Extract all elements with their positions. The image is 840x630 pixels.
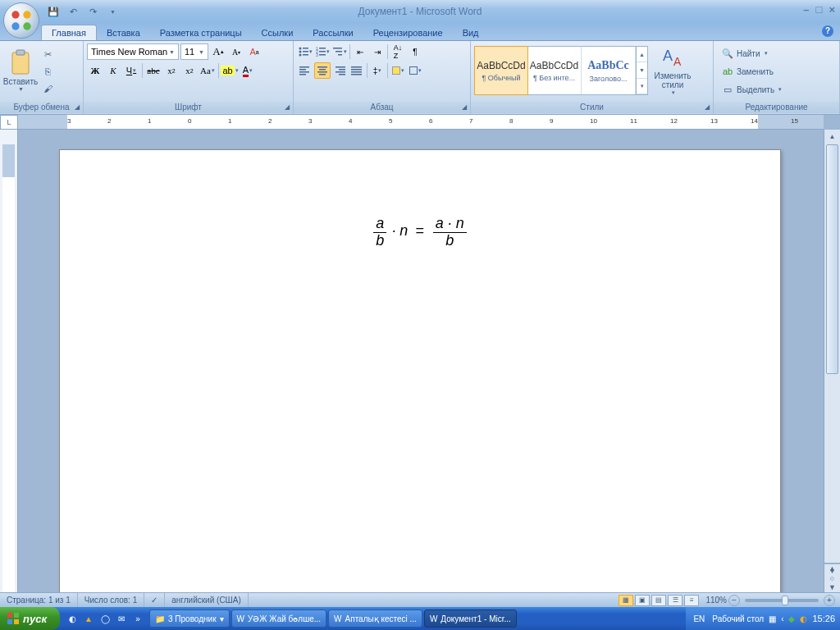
- bullets-button[interactable]: ▾: [297, 43, 313, 60]
- zoom-out-button[interactable]: −: [728, 595, 740, 606]
- align-right-button[interactable]: [331, 62, 348, 79]
- highlight-button[interactable]: ab▾: [221, 62, 238, 79]
- language-indicator[interactable]: EN: [691, 614, 707, 624]
- next-page-button[interactable]: ▼: [824, 582, 840, 592]
- strike-button[interactable]: abc: [145, 62, 162, 79]
- find-button[interactable]: 🔍Найти▾: [719, 45, 834, 62]
- show-marks-button[interactable]: ¶: [407, 43, 423, 60]
- grow-font-button[interactable]: A▴: [210, 43, 226, 60]
- tray-icon[interactable]: ▦: [769, 614, 776, 623]
- styles-gallery[interactable]: AaBbCcDd ¶ Обычный AaBbCcDd ¶ Без инте..…: [474, 46, 648, 95]
- font-color-button[interactable]: A▾: [240, 62, 256, 79]
- scroll-up[interactable]: ▲: [824, 130, 840, 144]
- paste-button[interactable]: Вставить ▼: [3, 43, 38, 98]
- tab-review[interactable]: Рецензирование: [363, 25, 453, 40]
- qat-customize[interactable]: ▼: [103, 2, 121, 21]
- align-left-button[interactable]: [297, 62, 313, 79]
- clock[interactable]: 15:26: [812, 614, 835, 623]
- taskbar-item-2[interactable]: WАпталық кестесі ...: [328, 609, 422, 628]
- select-button[interactable]: ▭Выделить▾: [719, 81, 834, 98]
- tray-icon-3[interactable]: ◐: [800, 614, 807, 623]
- clear-format-button[interactable]: Aa: [246, 43, 262, 60]
- undo-button[interactable]: ↶: [64, 2, 82, 21]
- indent-decrease-button[interactable]: ⇤: [352, 43, 368, 60]
- tab-view[interactable]: Вид: [453, 25, 489, 40]
- view-web[interactable]: ▤: [651, 595, 666, 606]
- ql-icon-3[interactable]: ◯: [98, 611, 112, 626]
- taskbar-item-3[interactable]: WДокумент1 - Micr...: [424, 609, 517, 628]
- shading-button[interactable]: ▾: [390, 62, 406, 79]
- change-styles-button[interactable]: AA Изменить стили ▾: [651, 43, 694, 98]
- document-area[interactable]: ab ∙ n = a ∙ nb: [18, 130, 824, 592]
- status-words[interactable]: Число слов: 1: [78, 593, 144, 607]
- ql-icon-1[interactable]: ◐: [65, 611, 80, 626]
- clipboard-expand[interactable]: ◢: [72, 103, 81, 112]
- zoom-in-button[interactable]: +: [824, 595, 835, 606]
- styles-expand[interactable]: ◢: [702, 103, 711, 112]
- horizontal-ruler[interactable]: 32101234567891011121314151617: [18, 115, 824, 130]
- font-name-combo[interactable]: Times New Roman▼: [87, 43, 179, 60]
- view-print-layout[interactable]: ▦: [619, 595, 633, 606]
- gallery-more[interactable]: ▾: [637, 79, 647, 94]
- shrink-font-button[interactable]: A▾: [228, 43, 244, 60]
- tab-insert[interactable]: Вставка: [97, 25, 150, 40]
- italic-button[interactable]: К: [105, 62, 121, 79]
- minimize-button[interactable]: –: [803, 3, 809, 16]
- tab-references[interactable]: Ссылки: [252, 25, 304, 40]
- numbering-button[interactable]: 123▾: [314, 43, 331, 60]
- help-icon[interactable]: ?: [822, 25, 833, 37]
- gallery-down[interactable]: ▼: [637, 62, 647, 78]
- font-size-combo[interactable]: 11▼: [180, 43, 208, 60]
- tab-selector[interactable]: L: [0, 115, 18, 130]
- zoom-level[interactable]: 110%: [705, 596, 727, 605]
- replace-button[interactable]: abЗаменить: [719, 63, 834, 80]
- indent-increase-button[interactable]: ⇥: [369, 43, 386, 60]
- show-desktop[interactable]: Рабочий стол: [712, 614, 764, 623]
- line-spacing-button[interactable]: ‡▾: [369, 62, 386, 79]
- prev-page-button[interactable]: ▲: [824, 564, 840, 573]
- equation[interactable]: ab ∙ n = a ∙ nb: [60, 150, 780, 315]
- tab-home[interactable]: Главная: [41, 25, 97, 40]
- style-no-spacing[interactable]: AaBbCcDd ¶ Без инте...: [527, 47, 582, 94]
- save-button[interactable]: 💾: [44, 2, 62, 21]
- close-button[interactable]: ×: [829, 3, 835, 16]
- view-outline[interactable]: ☰: [668, 595, 682, 606]
- office-button[interactable]: [3, 2, 39, 39]
- status-proof[interactable]: ✓: [144, 593, 165, 607]
- tray-expand[interactable]: ‹: [781, 614, 783, 623]
- browse-object-button[interactable]: ○: [824, 573, 840, 583]
- copy-button[interactable]: ⎘: [39, 64, 56, 79]
- cut-button[interactable]: ✂: [39, 47, 56, 62]
- vertical-scrollbar[interactable]: ▲ ▼ ▲ ○ ▼: [824, 130, 840, 592]
- taskbar-item-1[interactable]: WУӘЖ Жай бөлше...: [231, 609, 327, 628]
- status-language[interactable]: английский (США): [165, 593, 249, 607]
- redo-button[interactable]: ↷: [84, 2, 102, 21]
- bold-button[interactable]: Ж: [87, 62, 103, 79]
- borders-button[interactable]: ▾: [407, 62, 423, 79]
- ql-icon-2[interactable]: ▲: [81, 611, 96, 626]
- view-full-screen[interactable]: ▣: [635, 595, 650, 606]
- font-expand[interactable]: ◢: [282, 103, 291, 112]
- justify-button[interactable]: [349, 62, 365, 79]
- subscript-button[interactable]: x2: [163, 62, 180, 79]
- style-heading1[interactable]: AaBbCc Заголово...: [582, 47, 636, 94]
- ql-icon-4[interactable]: ✉: [114, 611, 129, 626]
- format-painter-button[interactable]: 🖌: [39, 81, 56, 96]
- sort-button[interactable]: A↓Z: [390, 43, 406, 60]
- taskbar-item-0[interactable]: 📁3 Проводник▾: [149, 609, 230, 628]
- style-normal[interactable]: AaBbCcDd ¶ Обычный: [474, 46, 528, 95]
- tab-page-layout[interactable]: Разметка страницы: [150, 25, 252, 40]
- status-page[interactable]: Страница: 1 из 1: [0, 593, 78, 607]
- change-case-button[interactable]: Aa▾: [199, 62, 216, 79]
- tab-mailings[interactable]: Рассылки: [303, 25, 363, 40]
- zoom-slider[interactable]: [745, 599, 819, 602]
- tray-icon-2[interactable]: ◆: [788, 614, 795, 623]
- superscript-button[interactable]: x2: [181, 62, 198, 79]
- gallery-up[interactable]: ▲: [637, 47, 647, 62]
- paragraph-expand[interactable]: ◢: [459, 103, 468, 112]
- align-center-button[interactable]: [314, 62, 331, 79]
- maximize-button[interactable]: □: [816, 3, 823, 16]
- scroll-thumb[interactable]: [826, 144, 838, 374]
- underline-button[interactable]: Ч▾: [123, 62, 139, 79]
- vertical-ruler[interactable]: [0, 130, 18, 592]
